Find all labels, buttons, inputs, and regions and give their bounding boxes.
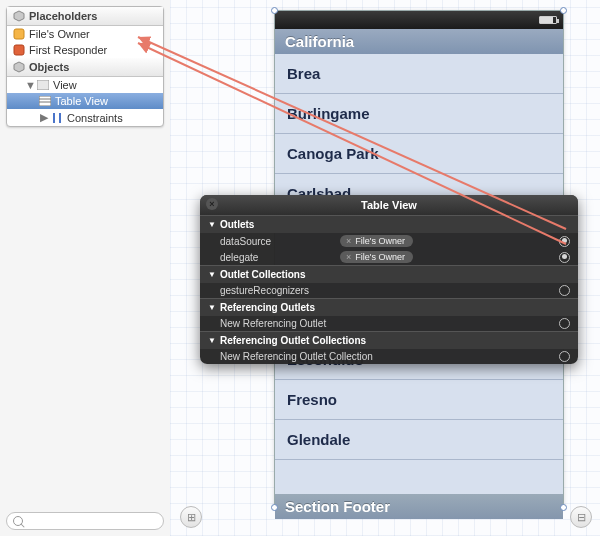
- svg-rect-3: [39, 96, 51, 106]
- remove-connection-icon[interactable]: ×: [346, 236, 351, 246]
- new-ref-coll-row[interactable]: New Referencing Outlet Collection: [200, 349, 578, 364]
- placeholders-header: Placeholders: [7, 7, 163, 26]
- table-cell[interactable]: Glendale: [275, 420, 563, 460]
- table-cell[interactable]: Brea: [275, 54, 563, 94]
- connection-port[interactable]: [559, 351, 570, 362]
- section-footer: Section Footer: [275, 494, 563, 519]
- files-owner-icon: [13, 28, 25, 40]
- outlets-label: Outlets: [220, 219, 254, 230]
- document-outline: Placeholders File's Owner First Responde…: [6, 6, 164, 127]
- ref-outlet-coll-group-header[interactable]: ▼Referencing Outlet Collections: [200, 331, 578, 349]
- view-row[interactable]: ▼ View: [7, 77, 163, 93]
- outlet-label: New Referencing Outlet Collection: [220, 351, 553, 362]
- view-icon: [37, 80, 49, 90]
- connection-port[interactable]: [559, 285, 570, 296]
- outlet-label: delegate: [220, 252, 340, 263]
- disclosure-triangle-icon[interactable]: ▶: [39, 111, 48, 124]
- objects-header: Objects: [7, 58, 163, 77]
- selection-handle[interactable]: [271, 504, 278, 511]
- table-cell[interactable]: Canoga Park: [275, 134, 563, 174]
- ref-outlets-group-header[interactable]: ▼Referencing Outlets: [200, 298, 578, 316]
- outlet-collections-group-header[interactable]: ▼Outlet Collections: [200, 265, 578, 283]
- inspector-title-bar[interactable]: × Table View: [200, 195, 578, 215]
- first-responder-icon: [13, 44, 25, 56]
- battery-icon: [539, 16, 557, 24]
- first-responder-row[interactable]: First Responder: [7, 42, 163, 58]
- cube-icon: [13, 61, 25, 73]
- filter-field[interactable]: [6, 512, 164, 530]
- canvas-corner-button[interactable]: ⊟: [570, 506, 592, 528]
- svg-rect-1: [14, 45, 24, 55]
- constraints-label: Constraints: [67, 112, 123, 124]
- selection-handle[interactable]: [560, 504, 567, 511]
- files-owner-row[interactable]: File's Owner: [7, 26, 163, 42]
- status-bar: [275, 11, 563, 29]
- svg-rect-0: [14, 29, 24, 39]
- section-header: California: [275, 29, 563, 54]
- connections-inspector[interactable]: × Table View ▼Outlets dataSource ×File's…: [200, 195, 578, 364]
- chevron-down-icon: ▼: [208, 220, 216, 229]
- table-cell[interactable]: Fresno: [275, 380, 563, 420]
- outlet-label: dataSource: [220, 236, 340, 247]
- table-view-row[interactable]: Table View: [7, 93, 163, 109]
- table-cell[interactable]: Burlingame: [275, 94, 563, 134]
- delegate-row[interactable]: delegate ×File's Owner: [200, 249, 578, 265]
- files-owner-label: File's Owner: [29, 28, 90, 40]
- gesture-row[interactable]: gestureRecognizers: [200, 283, 578, 298]
- disclosure-triangle-icon[interactable]: ▼: [25, 79, 34, 91]
- outlet-label: gestureRecognizers: [220, 285, 340, 296]
- connection-pill[interactable]: ×File's Owner: [340, 251, 413, 263]
- inspector-title: Table View: [361, 199, 417, 211]
- chevron-down-icon: ▼: [208, 270, 216, 279]
- chevron-down-icon: ▼: [208, 336, 216, 345]
- remove-connection-icon[interactable]: ×: [346, 252, 351, 262]
- table-view-label: Table View: [55, 95, 108, 107]
- outlets-group-header[interactable]: ▼Outlets: [200, 215, 578, 233]
- selection-handle[interactable]: [271, 7, 278, 14]
- connection-pill[interactable]: ×File's Owner: [340, 235, 413, 247]
- svg-rect-6: [53, 113, 55, 123]
- outlet-collections-label: Outlet Collections: [220, 269, 306, 280]
- new-ref-row[interactable]: New Referencing Outlet: [200, 316, 578, 331]
- chevron-down-icon: ▼: [208, 303, 216, 312]
- filter-icon: [13, 516, 23, 526]
- connection-port[interactable]: [559, 318, 570, 329]
- selection-handle[interactable]: [560, 7, 567, 14]
- placeholders-label: Placeholders: [29, 10, 97, 22]
- canvas-corner-button[interactable]: ⊞: [180, 506, 202, 528]
- constraints-icon: [51, 113, 63, 123]
- outlet-label: New Referencing Outlet: [220, 318, 553, 329]
- first-responder-label: First Responder: [29, 44, 107, 56]
- connection-port[interactable]: [559, 252, 570, 263]
- connection-port[interactable]: [559, 236, 570, 247]
- ref-outlets-label: Referencing Outlets: [220, 302, 315, 313]
- datasource-row[interactable]: dataSource ×File's Owner: [200, 233, 578, 249]
- table-view-icon: [39, 96, 51, 106]
- view-label: View: [53, 79, 77, 91]
- constraints-row[interactable]: ▶ Constraints: [7, 109, 163, 126]
- svg-rect-7: [59, 113, 61, 123]
- objects-label: Objects: [29, 61, 69, 73]
- svg-rect-2: [37, 80, 49, 90]
- ref-outlet-coll-label: Referencing Outlet Collections: [220, 335, 366, 346]
- cube-icon: [13, 10, 25, 22]
- close-icon[interactable]: ×: [206, 198, 218, 210]
